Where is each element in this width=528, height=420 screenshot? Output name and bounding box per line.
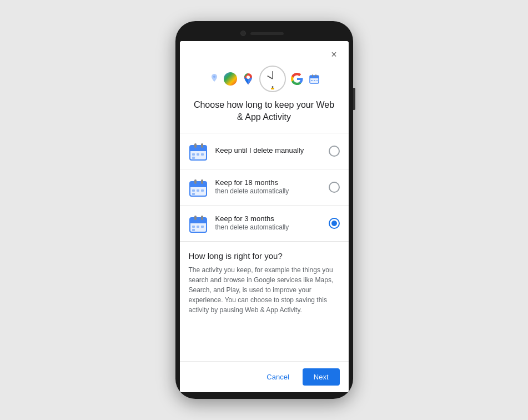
option-manual[interactable]: Keep until I delete manually: [180, 133, 349, 169]
info-title: How long is right for you?: [189, 251, 340, 261]
next-button[interactable]: Next: [303, 368, 340, 386]
phone-side-btn: [353, 88, 355, 110]
svg-rect-6: [311, 80, 313, 81]
calendar-icon-3months: [189, 213, 209, 233]
maps-icon: [240, 71, 256, 87]
svg-rect-13: [192, 153, 195, 156]
svg-rect-20: [201, 179, 203, 184]
clock-icon: [259, 66, 286, 92]
option-manual-radio[interactable]: [329, 146, 340, 157]
option-18months-title: Keep for 18 months: [215, 178, 329, 188]
calendar-icon-18months: [189, 177, 209, 197]
google-icon: [289, 71, 305, 87]
icons-row: [180, 63, 349, 99]
info-text: The activity you keep, for example the t…: [189, 265, 340, 315]
svg-rect-3: [310, 76, 319, 78]
options-list: Keep until I delete manually: [180, 133, 349, 242]
location-icon: [208, 73, 220, 85]
option-3months[interactable]: Keep for 3 months then delete automatica…: [180, 206, 349, 242]
svg-rect-18: [190, 182, 207, 187]
svg-rect-19: [194, 179, 197, 184]
svg-rect-22: [197, 189, 199, 192]
svg-point-1: [247, 76, 250, 79]
cancel-button[interactable]: Cancel: [258, 368, 298, 386]
dialog-container: ×: [180, 41, 349, 392]
radio-selected-inner: [331, 221, 337, 226]
close-button[interactable]: ×: [328, 48, 341, 61]
svg-rect-16: [192, 157, 195, 159]
svg-rect-24: [192, 193, 195, 195]
phone-camera: [240, 31, 246, 36]
svg-rect-27: [194, 216, 197, 220]
svg-rect-10: [190, 146, 207, 151]
option-3months-radio[interactable]: [329, 218, 340, 229]
svg-rect-4: [312, 74, 313, 77]
svg-rect-28: [201, 216, 203, 220]
calendar-icon-manual: [189, 141, 209, 161]
option-3months-text: Keep for 3 months then delete automatica…: [215, 214, 329, 232]
svg-rect-7: [314, 80, 315, 81]
svg-rect-30: [197, 226, 199, 228]
phone-screen: ×: [180, 41, 349, 392]
option-3months-title: Keep for 3 months: [215, 214, 329, 224]
dialog-title: Choose how long to keep your Web & App A…: [180, 99, 349, 133]
svg-rect-32: [192, 229, 195, 231]
option-18months-radio[interactable]: [329, 182, 340, 193]
svg-rect-14: [197, 153, 199, 156]
svg-rect-12: [201, 143, 203, 148]
option-3months-subtitle: then delete automatically: [215, 223, 329, 232]
svg-rect-29: [192, 226, 195, 228]
assistant-icon: [224, 72, 237, 86]
svg-rect-26: [190, 218, 207, 223]
dialog-header: ×: [180, 41, 349, 63]
phone-frame: ×: [175, 21, 353, 399]
svg-rect-23: [201, 189, 204, 192]
svg-rect-5: [315, 74, 316, 77]
svg-rect-11: [194, 143, 197, 148]
info-section: How long is right for you? The activity …: [180, 242, 349, 361]
option-18months-subtitle: then delete automatically: [215, 187, 329, 196]
svg-rect-15: [201, 153, 204, 156]
svg-rect-31: [201, 226, 204, 228]
option-manual-text: Keep until I delete manually: [215, 146, 329, 156]
svg-rect-8: [316, 80, 318, 81]
svg-rect-21: [192, 189, 195, 192]
option-manual-title: Keep until I delete manually: [215, 146, 329, 156]
dialog-footer: Cancel Next: [180, 361, 349, 392]
phone-speaker: [250, 32, 284, 35]
calendar-small-icon: [308, 73, 320, 85]
option-18months-text: Keep for 18 months then delete automatic…: [215, 178, 329, 196]
svg-point-0: [213, 76, 215, 78]
option-18months[interactable]: Keep for 18 months then delete automatic…: [180, 169, 349, 206]
